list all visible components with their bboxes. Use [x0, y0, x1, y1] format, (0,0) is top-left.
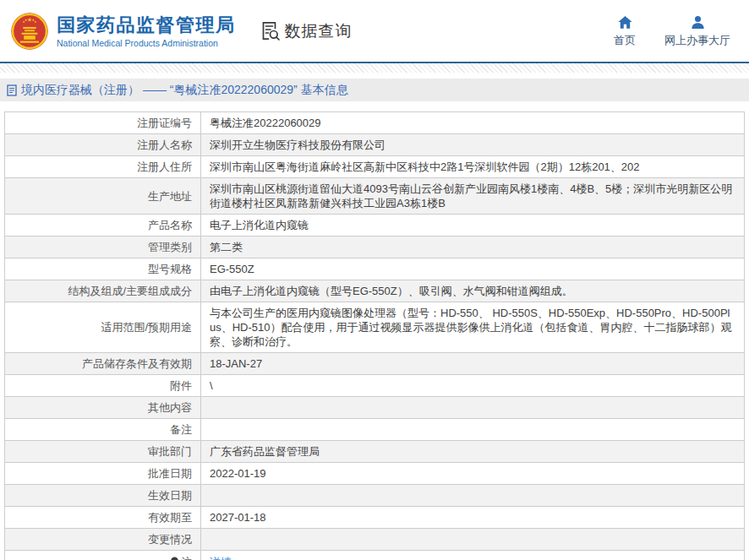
breadcrumb: 境内医疗器械（注册） —— “粤械注准20222060029” 基本信息	[0, 79, 749, 101]
row-label-text: 适用范围/预期用途	[101, 321, 192, 334]
row-value	[201, 419, 745, 441]
table-row: 注册人名称深圳开立生物医疗科技股份有限公司	[5, 134, 745, 156]
row-value-text: 第二类	[210, 241, 243, 253]
row-label: 其他内容	[5, 397, 201, 419]
row-value: 2022-01-19	[201, 463, 745, 485]
row-label: 变更情况	[5, 529, 201, 551]
row-label-text: 管理类别	[148, 241, 192, 253]
nav-service-hall-label: 网上办事大厅	[664, 33, 730, 48]
row-value: 粤械注准20222060029	[201, 112, 745, 134]
row-value-text: \	[210, 379, 213, 392]
row-label-text: 产品储存条件及有效期	[82, 357, 192, 370]
row-label-text: 注册人名称	[137, 139, 192, 151]
document-icon	[7, 84, 17, 96]
row-label-text: 生产地址	[148, 190, 192, 203]
row-label: 有效期至	[5, 507, 201, 529]
row-value-text: 粤械注准20222060029	[210, 117, 321, 129]
row-value	[201, 485, 745, 507]
row-value-text: 广东省药品监督管理局	[210, 445, 320, 458]
bulb-icon	[170, 557, 179, 560]
agency-title: 国家药品监督管理局	[57, 14, 236, 36]
table-row: 管理类别第二类	[5, 237, 745, 258]
table-row: 型号规格EG-550Z	[5, 258, 745, 280]
table-row: 适用范围/预期用途与本公司生产的医用内窥镜图像处理器（型号：HD-550、 HD…	[5, 302, 745, 353]
row-label: 适用范围/预期用途	[5, 302, 201, 353]
table-row: 备注	[5, 419, 745, 441]
table-row: 注册证编号粤械注准20222060029	[5, 112, 745, 134]
table-row: 生产地址深圳市南山区桃源街道留仙大道4093号南山云谷创新产业园南风楼1楼南、4…	[5, 178, 745, 215]
row-label-text: 注册证编号	[137, 117, 192, 129]
registration-info-table: 注册证编号粤械注准20222060029注册人名称深圳开立生物医疗科技股份有限公…	[4, 111, 745, 560]
section-title: 数据查询	[285, 20, 353, 42]
row-value: 详情	[201, 551, 745, 560]
site-header: 国家药品监督管理局 National Medical Products Admi…	[0, 0, 749, 62]
row-value-text: 深圳市南山区桃源街道留仙大道4093号南山云谷创新产业园南风楼1楼南、4楼B、5…	[210, 182, 732, 209]
row-value-text: 与本公司生产的医用内窥镜图像处理器（型号：HD-550、 HD-550S、HD-…	[210, 307, 732, 348]
row-label: 注册人住所	[5, 156, 201, 178]
table-row: 生效日期	[5, 485, 745, 507]
row-label: 产品名称	[5, 215, 201, 237]
table-row: 产品名称电子上消化道内窥镜	[5, 215, 745, 237]
row-label: 注册证编号	[5, 112, 201, 134]
national-emblem-logo	[10, 12, 49, 51]
row-label-text: 其他内容	[148, 401, 192, 414]
row-value-text: EG-550Z	[210, 263, 254, 275]
nav-home-label: 首页	[614, 33, 636, 48]
agency-subtitle: National Medical Products Administration	[57, 38, 236, 48]
row-label: 管理类别	[5, 237, 201, 258]
brand-text: 国家药品监督管理局 National Medical Products Admi…	[57, 14, 236, 48]
row-label: 备注	[5, 419, 201, 441]
row-value: 深圳市南山区桃源街道留仙大道4093号南山云谷创新产业园南风楼1楼南、4楼B、5…	[201, 178, 745, 215]
nav-home[interactable]: 首页	[614, 14, 636, 48]
row-value: 深圳市南山区粤海街道麻岭社区高新中区科技中2路1号深圳软件园（2期）12栋201…	[201, 156, 745, 178]
brand: 国家药品监督管理局 National Medical Products Admi…	[10, 12, 236, 51]
data-query-section: 数据查询	[260, 20, 353, 42]
user-icon	[690, 14, 706, 30]
row-value: 由电子上消化道内窥镜（型号EG-550Z）、吸引阀、水气阀和钳道阀组成。	[201, 280, 745, 302]
row-value	[201, 529, 745, 551]
row-label-text: 注	[181, 556, 192, 560]
table-row: 有效期至2027-01-18	[5, 507, 745, 529]
row-label-text: 产品名称	[148, 219, 192, 231]
table-row: 审批部门广东省药品监督管理局	[5, 441, 745, 463]
row-label: 注	[5, 551, 201, 560]
table-row: 变更情况	[5, 529, 745, 551]
row-label-text: 生效日期	[148, 489, 192, 502]
row-label-text: 附件	[170, 379, 192, 392]
hatch-strip	[0, 63, 749, 73]
row-label: 结构及组成/主要组成成分	[5, 280, 201, 302]
row-label: 生产地址	[5, 178, 201, 215]
row-label: 审批部门	[5, 441, 201, 463]
row-label-text: 有效期至	[148, 511, 192, 524]
row-label-text: 结构及组成/主要组成成分	[68, 285, 192, 297]
row-value: \	[201, 375, 745, 397]
row-label: 生效日期	[5, 485, 201, 507]
row-label: 附件	[5, 375, 201, 397]
top-nav: 首页 网上办事大厅	[614, 14, 730, 48]
table-row: 注册人住所深圳市南山区粤海街道麻岭社区高新中区科技中2路1号深圳软件园（2期）1…	[5, 156, 745, 178]
table-row: 产品储存条件及有效期18-JAN-27	[5, 353, 745, 375]
row-label-text: 备注	[170, 423, 192, 436]
breadcrumb-text: 境内医疗器械（注册） —— “粤械注准20222060029” 基本信息	[21, 83, 348, 98]
row-label-text: 批准日期	[148, 467, 192, 480]
table-row: 附件\	[5, 375, 745, 397]
row-value: 电子上消化道内窥镜	[201, 215, 745, 237]
row-label: 型号规格	[5, 258, 201, 280]
table-row: 注详情	[5, 551, 745, 560]
row-label: 注册人名称	[5, 134, 201, 156]
table-row: 结构及组成/主要组成成分由电子上消化道内窥镜（型号EG-550Z）、吸引阀、水气…	[5, 280, 745, 302]
row-value: 深圳开立生物医疗科技股份有限公司	[201, 134, 745, 156]
row-value: 与本公司生产的医用内窥镜图像处理器（型号：HD-550、 HD-550S、HD-…	[201, 302, 745, 353]
nav-service-hall[interactable]: 网上办事大厅	[664, 14, 730, 48]
row-value-text: 深圳市南山区粤海街道麻岭社区高新中区科技中2路1号深圳软件园（2期）12栋201…	[210, 160, 640, 173]
document-search-icon	[260, 20, 281, 41]
table-row: 其他内容	[5, 397, 745, 419]
row-value: 18-JAN-27	[201, 353, 745, 375]
detail-link[interactable]: 详情	[210, 556, 232, 560]
row-value: 2027-01-18	[201, 507, 745, 529]
row-value: 第二类	[201, 237, 745, 258]
table-row: 批准日期2022-01-19	[5, 463, 745, 485]
row-value	[201, 397, 745, 419]
row-value-text: 2022-01-19	[210, 467, 266, 480]
row-label: 批准日期	[5, 463, 201, 485]
